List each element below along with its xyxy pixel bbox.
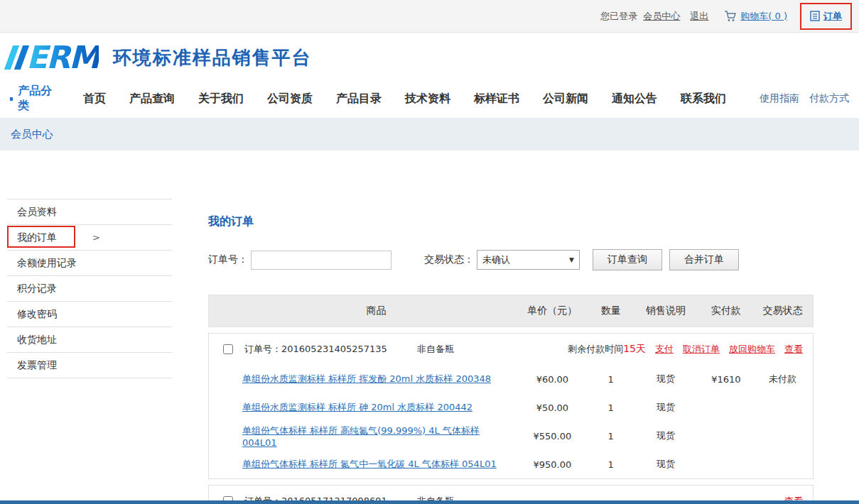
- order-filter-row: 订单号： 交易状态： 未确认 ▼ 订单查询 合并订单: [208, 249, 814, 270]
- header-actual-payment: 实付款: [699, 305, 752, 317]
- member-center-link[interactable]: 会员中心: [643, 10, 680, 23]
- nav-item-about-us[interactable]: 关于我们: [198, 92, 244, 106]
- logout-link[interactable]: 退出: [690, 10, 708, 23]
- orders-table-header: 商品 单价（元） 数量 销售说明 实付款 交易状态: [208, 295, 814, 327]
- item-unit-price: ¥950.00: [515, 459, 590, 470]
- product-cell: 单组份气体标样 标样所 氮气中一氧化碳 4L 气体标样 054L01: [237, 458, 515, 471]
- nav-product-category[interactable]: 产品分类: [10, 84, 56, 114]
- sidebar-item-balance-records[interactable]: 余额使用记录: [7, 251, 172, 276]
- merge-orders-button[interactable]: 合并订单: [669, 249, 739, 270]
- nav-item-contact-us[interactable]: 联系我们: [681, 92, 726, 106]
- chevron-right-indicator: >: [92, 225, 100, 250]
- category-bullet-icon: [10, 97, 13, 101]
- nav-item-certificates[interactable]: 标样证书: [474, 92, 519, 106]
- status-label: 交易状态：: [424, 253, 474, 266]
- status-select[interactable]: 未确认 ▼: [477, 250, 580, 270]
- order-list-icon: [810, 11, 820, 21]
- nav-item-product-search[interactable]: 产品查询: [129, 92, 175, 106]
- nav-link-payment-methods[interactable]: 付款方式: [809, 92, 849, 105]
- item-sales-note: 现货: [632, 429, 700, 442]
- breadcrumb-bar: 会员中心: [0, 118, 859, 150]
- header-unit-price: 单价（元）: [515, 305, 590, 317]
- sidebar-item-label: 收货地址: [17, 334, 57, 345]
- product-link[interactable]: 单组份水质监测标样 标样所 砷 20ml 水质标样 200442: [242, 402, 472, 412]
- nav-category-label: 产品分类: [18, 84, 56, 114]
- site-title: 环境标准样品销售平台: [113, 45, 312, 70]
- site-logo[interactable]: ERM: [9, 42, 99, 73]
- item-actual-payment: ¥1610: [699, 374, 752, 385]
- logo-text: ERM: [26, 42, 99, 73]
- nav-link-user-guide[interactable]: 使用指南: [760, 92, 799, 105]
- item-unit-price: ¥60.00: [515, 374, 590, 385]
- sidebar-item-invoice-management[interactable]: 发票管理: [7, 353, 172, 378]
- sidebar-item-label: 我的订单: [17, 231, 57, 243]
- order-group-header: 订单号：201605231405257135 非自备瓶 剩余付款时间15天 支付…: [209, 334, 813, 365]
- nav-right-links: 使用指南 付款方式: [750, 92, 849, 105]
- sidebar-item-label: 修改密码: [17, 308, 57, 319]
- sidebar-item-label: 会员资料: [17, 206, 57, 217]
- product-link[interactable]: 单组份水质监测标样 标样所 挥发酚 20ml 水质标样 200348: [242, 373, 491, 384]
- pay-link[interactable]: 支付: [655, 343, 674, 356]
- nav-item-company-news[interactable]: 公司新闻: [543, 92, 588, 106]
- page: 您已登录 会员中心 退出 购物车( 0 ) 订单 ERM: [0, 0, 859, 504]
- item-unit-price: ¥550.00: [515, 431, 590, 442]
- sidebar-item-shipping-address[interactable]: 收货地址: [7, 327, 172, 353]
- return-to-cart-link[interactable]: 放回购物车: [729, 343, 775, 356]
- sidebar-item-label: 发票管理: [17, 359, 57, 371]
- item-sales-note: 现货: [632, 401, 700, 414]
- remaining-payment-time: 剩余付款时间15天: [568, 343, 646, 356]
- sidebar-item-points-records[interactable]: 积分记录: [7, 276, 172, 302]
- product-cell: 单组份气体标样 标样所 高纯氮气(99.999%) 4L 气体标样 004L01: [237, 424, 515, 448]
- product-link[interactable]: 单组份气体标样 标样所 高纯氮气(99.999%) 4L 气体标样 004L01: [242, 425, 480, 448]
- login-status-text: 您已登录: [600, 10, 637, 23]
- view-order-link[interactable]: 查看: [784, 343, 803, 356]
- orders-link[interactable]: 订单: [823, 10, 842, 23]
- nav-item-technical-data[interactable]: 技术资料: [405, 92, 450, 106]
- item-transaction-status: 未付款: [752, 373, 813, 385]
- breadcrumb: 会员中心: [11, 128, 53, 141]
- footer-top-strip: [0, 500, 859, 504]
- cart-link[interactable]: 购物车( 0 ): [740, 10, 787, 23]
- top-utility-bar: 您已登录 会员中心 退出 购物车( 0 ) 订单: [0, 0, 859, 33]
- header-transaction-status: 交易状态: [752, 305, 813, 317]
- product-cell: 单组份水质监测标样 标样所 挥发酚 20ml 水质标样 200348: [237, 373, 515, 385]
- order-item-row: 单组份水质监测标样 标样所 砷 20ml 水质标样 200442 ¥50.00 …: [209, 393, 813, 422]
- sidebar-item-label: 积分记录: [17, 283, 57, 294]
- order-number-text: 订单号：201605231405257135: [244, 343, 387, 356]
- sidebar-item-my-orders[interactable]: 我的订单 >: [7, 225, 172, 251]
- product-link[interactable]: 单组份气体标样 标样所 氮气中一氧化碳 4L 气体标样 054L01: [242, 459, 497, 469]
- order-number-input[interactable]: [251, 251, 391, 270]
- order-number-label: 订单号：: [208, 253, 248, 266]
- chevron-down-icon: ▼: [569, 256, 574, 263]
- order-group: 订单号：201605231405257135 非自备瓶 剩余付款时间15天 支付…: [208, 333, 814, 479]
- member-sidebar: 会员资料 我的订单 > 余额使用记录 积分记录 修改密码 收货地址 发票管理: [7, 199, 172, 378]
- content-area: 会员资料 我的订单 > 余额使用记录 积分记录 修改密码 收货地址 发票管理: [0, 150, 859, 504]
- orders-table: 商品 单价（元） 数量 销售说明 实付款 交易状态 订单号：2016052314…: [208, 295, 814, 504]
- nav-item-home[interactable]: 首页: [83, 92, 106, 106]
- sidebar-item-label: 余额使用记录: [17, 257, 77, 268]
- item-sales-note: 现货: [632, 458, 700, 471]
- header-product: 商品: [237, 305, 515, 317]
- sidebar-item-member-info[interactable]: 会员资料: [7, 199, 172, 225]
- item-sales-note: 现货: [632, 373, 700, 385]
- nav-item-catalog[interactable]: 产品目录: [336, 92, 382, 106]
- order-select-checkbox[interactable]: [223, 344, 233, 354]
- item-unit-price: ¥50.00: [515, 402, 590, 413]
- remaining-label: 剩余付款时间: [568, 344, 623, 354]
- order-actions: 剩余付款时间15天 支付 取消订单 放回购物车 查看: [568, 343, 813, 356]
- sidebar-item-change-password[interactable]: 修改密码: [7, 302, 172, 327]
- bottle-tag: 非自备瓶: [417, 343, 454, 356]
- cancel-order-link[interactable]: 取消订单: [683, 343, 720, 356]
- order-item-row: 单组份气体标样 标样所 氮气中一氧化碳 4L 气体标样 054L01 ¥950.…: [209, 450, 813, 478]
- order-number-value: 201605231405257135: [281, 344, 387, 354]
- nav-item-qualifications[interactable]: 公司资质: [267, 92, 313, 106]
- orders-annotation-box: 订单: [800, 3, 852, 30]
- order-item-row: 单组份气体标样 标样所 高纯氮气(99.999%) 4L 气体标样 004L01…: [209, 422, 813, 450]
- cart-link-group[interactable]: 购物车( 0 ): [724, 10, 787, 23]
- order-number-prefix: 订单号：: [244, 344, 281, 354]
- product-cell: 单组份水质监测标样 标样所 砷 20ml 水质标样 200442: [237, 401, 515, 414]
- header-sales-note: 销售说明: [632, 305, 700, 317]
- order-search-button[interactable]: 订单查询: [593, 249, 662, 270]
- nav-item-notices[interactable]: 通知公告: [612, 92, 657, 106]
- main-panel: 我的订单 订单号： 交易状态： 未确认 ▼ 订单查询 合并订单 商品 单价（元）…: [208, 199, 814, 504]
